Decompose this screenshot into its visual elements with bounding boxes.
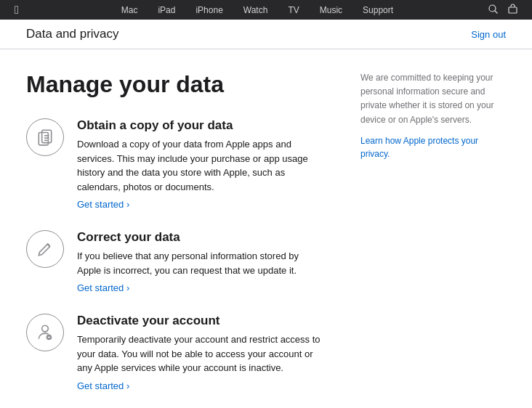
nav-ipad[interactable]: iPad xyxy=(148,5,185,15)
item-description: Download a copy of your data from Apple … xyxy=(77,137,324,194)
edit-icon xyxy=(26,230,64,268)
svg-point-0 xyxy=(489,5,496,12)
item-content-correct: Correct your data If you believe that an… xyxy=(77,230,324,293)
page-heading: Manage your data xyxy=(26,71,324,98)
left-panel: Manage your data Obtain a copy of your d… xyxy=(26,71,324,408)
item-title: Deactivate your account xyxy=(77,314,324,328)
item-description: If you believe that any personal informa… xyxy=(77,249,324,277)
list-item: Correct your data If you believe that an… xyxy=(26,230,324,293)
item-content-copy: Obtain a copy of your data Download a co… xyxy=(77,118,324,210)
item-title: Obtain a copy of your data xyxy=(77,118,324,133)
sign-out-button[interactable]: Sign out xyxy=(471,29,506,40)
privacy-link[interactable]: Learn how Apple protects your privacy. xyxy=(360,136,478,159)
apple-logo[interactable]:  xyxy=(15,4,19,17)
header-bar: Data and privacy Sign out xyxy=(0,20,532,49)
nav-music[interactable]: Music xyxy=(310,5,352,15)
privacy-text: We are committed to keeping your persona… xyxy=(360,71,506,127)
get-started-link-deactivate[interactable]: Get started › xyxy=(77,380,129,391)
right-panel: We are committed to keeping your persona… xyxy=(346,71,506,408)
get-started-link-correct[interactable]: Get started › xyxy=(77,282,129,293)
search-icon[interactable] xyxy=(488,4,498,16)
person-icon xyxy=(26,314,64,351)
nav-watch[interactable]: Watch xyxy=(233,5,278,15)
item-title: Correct your data xyxy=(77,230,324,245)
svg-point-8 xyxy=(42,325,49,332)
copy-icon xyxy=(26,118,64,156)
get-started-link-copy[interactable]: Get started › xyxy=(77,199,129,210)
svg-line-1 xyxy=(495,11,498,14)
header-title: Data and privacy xyxy=(26,27,119,41)
nav-iphone[interactable]: iPhone xyxy=(185,5,233,15)
nav-support[interactable]: Support xyxy=(352,5,403,15)
nav-icon-group xyxy=(488,4,517,16)
bag-icon[interactable] xyxy=(508,4,517,16)
nav-items: Mac iPad iPhone Watch TV Music Support xyxy=(26,5,488,15)
list-item: Deactivate your account Temporarily deac… xyxy=(26,314,324,391)
nav-bar:  Mac iPad iPhone Watch TV Music Support xyxy=(0,0,532,20)
nav-tv[interactable]: TV xyxy=(278,5,309,15)
list-item: Obtain a copy of your data Download a co… xyxy=(26,118,324,210)
item-content-deactivate: Deactivate your account Temporarily deac… xyxy=(77,314,324,391)
main-content: Manage your data Obtain a copy of your d… xyxy=(0,49,532,408)
svg-rect-2 xyxy=(509,7,517,13)
item-description: Temporarily deactivate your account and … xyxy=(77,332,324,375)
nav-mac[interactable]: Mac xyxy=(111,5,148,15)
